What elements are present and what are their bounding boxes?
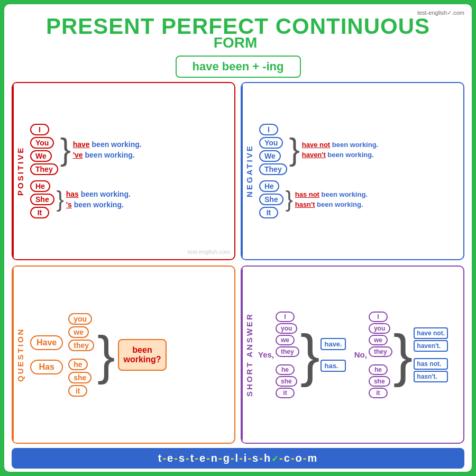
- brace-sa-yes: }: [300, 326, 320, 384]
- sa-have-not: have not.: [414, 327, 448, 339]
- pronoun-we-pos: We: [30, 150, 52, 162]
- negative-label: NEGATIVE: [242, 83, 256, 259]
- sa-he-yes: he: [276, 364, 295, 375]
- brace-neg-1: }: [289, 134, 300, 166]
- q-pronoun-it: it: [68, 385, 87, 397]
- brace-pos-2: }: [57, 188, 64, 210]
- sa-it-yes: it: [276, 388, 295, 398]
- pill-has: Has: [30, 360, 63, 374]
- short-answer-panel: SHORT ANSWER Yes, I you we they: [241, 266, 464, 444]
- pos-sentence-3: has been working.: [66, 190, 131, 198]
- pos-sentence-4: 's been working.: [66, 200, 131, 209]
- q-pronoun-we: we: [68, 326, 89, 338]
- question-label: QUESTION: [13, 267, 27, 443]
- brace-q: }: [97, 328, 115, 381]
- sa-I-no: I: [369, 312, 388, 322]
- positive-panel: POSITIVE I You We They }: [12, 82, 235, 260]
- sa-has-label: has.: [321, 360, 345, 372]
- sa-I-yes: I: [276, 312, 295, 322]
- neg-sentence-2: haven't been working.: [302, 151, 379, 159]
- sa-you-yes: you: [276, 323, 297, 334]
- pronoun-we-neg: We: [259, 150, 281, 162]
- pos-sentence-1: have been working.: [73, 140, 142, 149]
- yes-label: Yes,: [258, 350, 274, 359]
- pronoun-they-pos: They: [30, 163, 58, 175]
- neg-sentence-1: have not been working.: [302, 141, 379, 149]
- q-pronoun-they: they: [68, 340, 94, 351]
- sa-havent: haven't.: [414, 340, 448, 352]
- negative-panel: NEGATIVE I You We They }: [241, 82, 464, 260]
- sa-it-no: it: [369, 388, 388, 398]
- sa-we-no: we: [369, 335, 388, 345]
- short-answer-label: SHORT ANSWER: [242, 267, 256, 443]
- positive-label: POSITIVE: [13, 83, 27, 259]
- pronoun-it-neg: It: [259, 207, 278, 218]
- q-pronoun-he: he: [68, 359, 87, 370]
- neg-sentence-4: hasn't been working.: [295, 200, 368, 208]
- pronoun-I-neg: I: [259, 124, 278, 135]
- sa-you-no: you: [369, 323, 390, 334]
- q-pronoun-you: you: [68, 313, 92, 325]
- pronoun-he-neg: He: [259, 180, 279, 192]
- q-pronoun-she: she: [68, 372, 91, 383]
- sa-he-no: he: [369, 364, 388, 375]
- sa-has-not: has not.: [414, 358, 448, 370]
- pronoun-she-neg: She: [259, 194, 283, 205]
- sa-she-no: she: [369, 376, 390, 387]
- q-answer-box: beenworking?: [118, 339, 166, 371]
- footer: t-e-s-t-e-n-g-l-i-s-h✓-c-o-m: [12, 448, 464, 469]
- no-label: No,: [354, 350, 367, 359]
- sa-they-no: they: [369, 346, 392, 357]
- pronoun-he-pos: He: [30, 180, 50, 192]
- pill-have: Have: [30, 335, 63, 350]
- sa-hasnt: hasn't.: [414, 371, 448, 382]
- footer-text: t-e-s-t-e-n-g-l-i-s-h✓-c-o-m: [158, 452, 318, 464]
- sa-they-yes: they: [276, 346, 299, 357]
- q-answer-text: beenworking?: [123, 345, 161, 364]
- formula-box: have been + -ing: [176, 56, 301, 78]
- pos-sentence-2: 've been working.: [73, 151, 142, 159]
- neg-sentence-3: has not been working.: [295, 190, 368, 198]
- sa-she-yes: she: [276, 376, 297, 387]
- pronoun-they-neg: They: [259, 163, 287, 175]
- brace-sa-no: }: [393, 326, 413, 384]
- sa-have-label: have.: [321, 338, 345, 350]
- sa-we-yes: we: [276, 335, 295, 345]
- brace-neg-2: }: [286, 188, 293, 210]
- question-panel: QUESTION Have Has you we: [12, 266, 235, 444]
- pronoun-I-pos: I: [30, 124, 49, 135]
- pronoun-she-pos: She: [30, 194, 54, 205]
- formula-text: have been + -ing: [193, 60, 284, 73]
- pronoun-it-pos: It: [30, 207, 49, 218]
- pronoun-you-pos: You: [30, 137, 54, 149]
- brace-pos-1: }: [60, 134, 71, 166]
- pronoun-you-neg: You: [259, 137, 283, 149]
